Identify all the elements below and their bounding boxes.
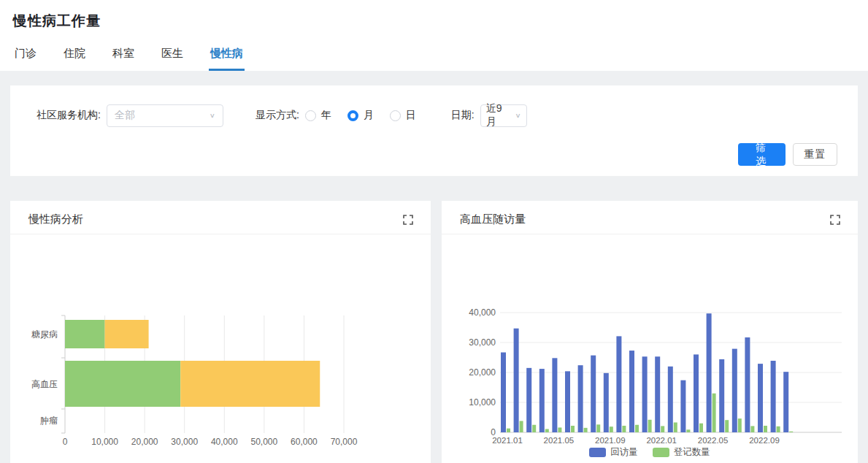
tab-chronic-disease[interactable]: 慢性病 [209,47,245,71]
tab-department[interactable]: 科室 [111,47,136,71]
svg-text:20,000: 20,000 [469,367,496,378]
svg-text:10,000: 10,000 [469,397,496,407]
fullscreen-icon[interactable] [830,215,840,225]
svg-text:2021.05: 2021.05 [544,436,575,445]
tab-doctor[interactable]: 医生 [160,47,185,71]
radio-month-label: 月 [364,109,374,122]
svg-text:肿瘤: 肿瘤 [40,416,58,426]
svg-text:0: 0 [63,437,68,447]
radio-icon [347,110,358,121]
fullscreen-icon[interactable] [403,215,413,225]
svg-text:2022.09: 2022.09 [749,436,780,445]
tab-outpatient[interactable]: 门诊 [13,47,38,71]
radio-month[interactable]: 月 [347,109,374,122]
card-header: 慢性病分析 [10,201,431,234]
legend-item-followback[interactable]: 回访量 [589,446,638,459]
date-select[interactable]: 近9月 ∨ [480,104,527,127]
radio-icon [390,110,401,121]
date-select-label: 日期: [451,109,475,122]
svg-text:2022.01: 2022.01 [646,436,677,445]
reset-button[interactable]: 重置 [793,143,837,166]
legend-label: 回访量 [610,446,638,459]
tab-bar: 门诊 住院 科室 医生 慢性病 [13,47,245,71]
filter-panel: 社区服务机构: 全部 ∨ 显示方式: 年 月 日 日期: 近9月 ∨ 筛 选 重… [10,85,858,176]
chronic-disease-analysis-chart: 010,00020,00030,00040,00050,00060,00070,… [10,235,431,463]
svg-text:30,000: 30,000 [171,437,198,447]
radio-year[interactable]: 年 [305,109,331,122]
radio-year-label: 年 [321,109,331,122]
card-title: 高血压随访量 [460,213,526,226]
tab-inpatient[interactable]: 住院 [62,47,87,71]
legend-swatch-blue [589,448,606,457]
org-select-label: 社区服务机构: [37,109,101,122]
chart-legend: 回访量 登记数量 [442,446,858,459]
legend-swatch-green [653,448,669,457]
filter-row: 社区服务机构: 全部 ∨ 显示方式: 年 月 日 日期: 近9月 ∨ [37,104,527,127]
svg-text:20,000: 20,000 [131,437,158,447]
legend-label: 登记数量 [674,446,710,459]
svg-text:40,000: 40,000 [211,437,238,447]
radio-day-label: 日 [406,109,416,122]
chronic-disease-analysis-card: 慢性病分析 010,00020,00030,00040,00050,00060,… [10,201,431,463]
hypertension-followup-card: 高血压随访量 010,00020,00030,00040,0002021.012… [442,201,858,463]
svg-text:40,000: 40,000 [469,307,496,318]
svg-text:糖尿病: 糖尿病 [31,329,58,340]
date-select-value: 近9月 [486,102,511,129]
chevron-down-icon: ∨ [210,112,215,119]
radio-day[interactable]: 日 [390,109,416,122]
hypertension-followup-chart: 010,00020,00030,00040,0002021.012021.052… [442,235,858,446]
svg-text:70,000: 70,000 [331,437,358,447]
svg-text:30,000: 30,000 [469,337,496,348]
radio-icon [305,110,316,121]
svg-text:2022.05: 2022.05 [698,436,729,445]
svg-text:高血压: 高血压 [31,379,58,389]
page-title: 慢性病工作量 [13,12,101,31]
display-mode-label: 显示方式: [256,109,299,122]
legend-item-registered[interactable]: 登记数量 [653,446,710,459]
svg-text:2021.01: 2021.01 [492,436,523,445]
filter-button[interactable]: 筛 选 [738,143,786,166]
chevron-down-icon: ∨ [515,112,521,119]
svg-text:50,000: 50,000 [251,437,278,447]
svg-text:10,000: 10,000 [91,437,118,447]
svg-text:2021.09: 2021.09 [595,436,626,445]
card-title: 慢性病分析 [28,213,83,226]
filter-buttons: 筛 选 重置 [738,143,837,166]
svg-text:60,000: 60,000 [291,437,318,447]
org-select[interactable]: 全部 ∨ [107,104,223,127]
org-select-value: 全部 [115,109,135,122]
card-header: 高血压随访量 [442,201,858,234]
page-header: 慢性病工作量 门诊 住院 科室 医生 慢性病 [0,0,868,71]
